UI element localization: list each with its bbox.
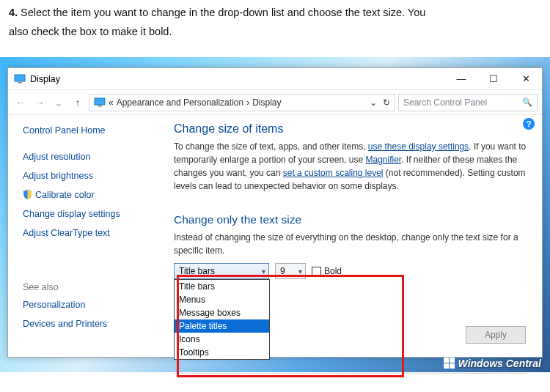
back-button[interactable]: ← xyxy=(12,97,29,108)
svg-rect-1 xyxy=(18,82,22,84)
navigation-bar: ← → ⌄ ↑ « Appearance and Personalization… xyxy=(8,90,542,115)
dropdown-option[interactable]: Message boxes xyxy=(175,306,269,319)
sidebar-devices-printers[interactable]: Devices and Printers xyxy=(23,319,156,329)
breadcrumb-laquo: « xyxy=(109,97,114,108)
link-magnifier[interactable]: Magnifier xyxy=(365,155,401,165)
checkbox-box xyxy=(312,267,321,276)
breadcrumb-segment[interactable]: Appearance and Personalization xyxy=(117,97,243,108)
item-dropdown-value: Title bars xyxy=(179,266,215,276)
svg-rect-5 xyxy=(450,358,455,363)
breadcrumb-separator: › xyxy=(246,97,249,108)
svg-rect-7 xyxy=(450,363,455,369)
breadcrumb-segment[interactable]: Display xyxy=(252,97,281,108)
sidebar: Control Panel Home Adjust resolution Adj… xyxy=(8,115,169,357)
svg-rect-2 xyxy=(95,98,105,105)
control-panel-window: Display — ☐ ✕ ← → ⌄ ↑ « Appearance and P… xyxy=(7,67,543,358)
text-size-controls: Title bars ▾ 9 ▾ Bold Title barsMenusMes… xyxy=(174,263,527,279)
chevron-down-icon: ▾ xyxy=(262,267,265,275)
heading-change-size: Change size of items xyxy=(174,122,527,136)
svg-rect-6 xyxy=(444,363,449,369)
size-dropdown-value: 9 xyxy=(280,266,285,276)
search-placeholder: Search Control Panel xyxy=(403,97,487,108)
link-display-settings[interactable]: use these display settings xyxy=(368,141,469,152)
window-titlebar[interactable]: Display — ☐ ✕ xyxy=(8,68,542,90)
watermark: Windows Central xyxy=(444,358,541,369)
dropdown-option[interactable]: Menus xyxy=(175,293,269,306)
item-dropdown-list[interactable]: Title barsMenusMessage boxesPalette titl… xyxy=(174,279,270,360)
shield-icon xyxy=(23,190,32,199)
dropdown-option[interactable]: Palette titles xyxy=(175,319,269,333)
size-dropdown[interactable]: 9 ▾ xyxy=(275,263,306,279)
window-title: Display xyxy=(30,74,60,84)
separator xyxy=(174,373,527,374)
link-custom-scaling[interactable]: set a custom scaling level xyxy=(283,168,384,178)
search-icon: 🔍 xyxy=(522,97,532,107)
bold-checkbox[interactable]: Bold xyxy=(312,266,342,276)
item-dropdown[interactable]: Title bars ▾ xyxy=(174,263,269,279)
breadcrumb-chevron-icon[interactable]: ⌄ xyxy=(370,97,377,108)
sidebar-personalization[interactable]: Personalization xyxy=(23,300,156,310)
step-number: 4. xyxy=(9,7,18,18)
paragraph-change-size: To change the size of text, apps, and ot… xyxy=(174,140,527,193)
close-button[interactable]: ✕ xyxy=(510,68,542,90)
main-content: Change size of items To change the size … xyxy=(169,115,542,357)
search-input[interactable]: Search Control Panel 🔍 xyxy=(398,94,538,111)
dropdown-option[interactable]: Title bars xyxy=(175,280,269,293)
maximize-button[interactable]: ☐ xyxy=(477,68,510,90)
bold-label: Bold xyxy=(324,266,342,276)
sidebar-adjust-resolution[interactable]: Adjust resolution xyxy=(23,152,156,162)
sidebar-adjust-cleartype[interactable]: Adjust ClearType text xyxy=(23,228,156,238)
instruction-text: 4. Select the item you want to change in… xyxy=(0,0,550,47)
recent-chevron-icon[interactable]: ⌄ xyxy=(51,97,67,108)
display-icon xyxy=(14,74,26,84)
windows-logo-icon xyxy=(444,358,455,369)
paragraph-text-size: Instead of changing the size of everythi… xyxy=(174,231,527,257)
apply-button[interactable]: Apply xyxy=(466,326,526,344)
up-button[interactable]: ↑ xyxy=(70,97,86,108)
heading-text-size: Change only the text size xyxy=(174,213,527,226)
sidebar-home[interactable]: Control Panel Home xyxy=(23,125,156,136)
refresh-button[interactable]: ↻ xyxy=(383,97,390,108)
svg-rect-3 xyxy=(98,106,102,107)
svg-rect-4 xyxy=(444,358,449,363)
window-buttons: — ☐ ✕ xyxy=(445,68,542,90)
dropdown-option[interactable]: Icons xyxy=(175,333,269,346)
see-also-label: See also xyxy=(23,282,156,292)
sidebar-change-display-settings[interactable]: Change display settings xyxy=(23,209,156,219)
forward-button[interactable]: → xyxy=(32,97,48,108)
chevron-down-icon: ▾ xyxy=(298,267,302,275)
display-icon xyxy=(94,97,106,107)
dropdown-option[interactable]: Tooltips xyxy=(175,346,269,359)
breadcrumb[interactable]: « Appearance and Personalization › Displ… xyxy=(89,94,395,111)
sidebar-adjust-brightness[interactable]: Adjust brightness xyxy=(23,171,156,181)
svg-rect-0 xyxy=(15,75,25,81)
minimize-button[interactable]: — xyxy=(445,68,477,90)
sidebar-calibrate-color[interactable]: Calibrate color xyxy=(23,190,156,200)
desktop-wallpaper: Display — ☐ ✕ ← → ⌄ ↑ « Appearance and P… xyxy=(0,57,550,372)
